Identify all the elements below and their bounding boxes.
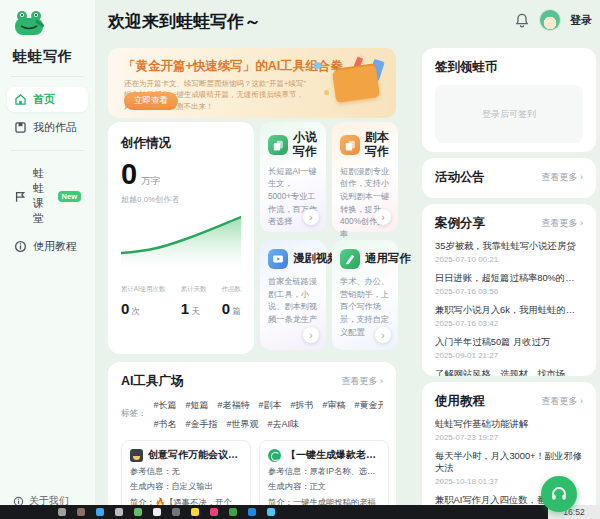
list-item[interactable]: 日日进账，超短篇过稿率80%的方法2025-07-16 03:56 bbox=[435, 272, 583, 296]
arrow-button[interactable]: › bbox=[303, 209, 319, 225]
taskbar-icon[interactable] bbox=[134, 508, 142, 516]
sidebar-item-label: 蛙蛙课堂 bbox=[33, 166, 52, 226]
metric-days: 累计天数 1天 bbox=[181, 285, 207, 318]
taskbar-icon[interactable] bbox=[96, 508, 104, 516]
tag[interactable]: #老福特 bbox=[218, 399, 250, 412]
frog-logo-icon bbox=[13, 10, 47, 38]
notification-bell-icon[interactable] bbox=[514, 12, 530, 28]
tool-ref-info: 参考信息：原著IP名称、选择角色、... bbox=[268, 466, 380, 477]
new-badge: New bbox=[58, 191, 81, 202]
list-item[interactable]: 入门半年过稿50篇 月收过万2025-09-01 21:27 bbox=[435, 336, 583, 360]
tags-label: 标签： bbox=[121, 399, 147, 431]
arrow-button[interactable]: › bbox=[375, 327, 391, 343]
list-item[interactable]: 蛙蛙写作基础功能讲解2025-07-23 19:27 bbox=[435, 418, 583, 442]
works-icon bbox=[14, 121, 27, 134]
checkin-card: 签到领蛙币 登录后可签到 bbox=[422, 48, 596, 152]
taskbar-icon[interactable] bbox=[153, 508, 161, 516]
novel-writing-icon bbox=[268, 135, 288, 155]
cases-more-link[interactable]: 查看更多 › bbox=[542, 217, 584, 230]
metric-ai-uses: 累计AI使用次数 0次 bbox=[121, 285, 165, 318]
tag[interactable]: #世界观 bbox=[227, 418, 259, 431]
sidebar-item-home[interactable]: 首页 bbox=[7, 87, 88, 112]
feature-desc: 首家全链路漫剧工具，小说、剧本到视频一条龙生产 bbox=[268, 276, 318, 327]
announcement-card: 活动公告 查看更多 › bbox=[422, 158, 596, 198]
tag-list: #长篇 #短篇 #老福特 #剧本 #拆书 #审稿 #黄金开篇 #脑洞 #书名 #… bbox=[154, 399, 384, 431]
sidebar-item-my-works[interactable]: 我的作品 bbox=[7, 115, 88, 140]
taskbar-icon[interactable] bbox=[248, 508, 256, 516]
app-root: { "app": { "name": "蛙蛙写作", "about": "关于我… bbox=[0, 0, 600, 519]
feature-card-general-writing[interactable]: 通用写作 学术、办公、营销助手，上百个写作场景，支持自定义配置 › bbox=[332, 240, 398, 350]
announcement-title: 活动公告 bbox=[435, 169, 485, 186]
sidebar-item-classroom[interactable]: 蛙蛙课堂 New bbox=[7, 161, 88, 231]
tag[interactable]: #黄金开篇 bbox=[355, 399, 383, 412]
banner-illustration bbox=[310, 52, 390, 114]
feature-card-script-writing[interactable]: 剧本写作 短剧漫剧专业创作，支持小说到剧本一键转换，提升400%创作效率 › bbox=[332, 122, 398, 232]
classroom-flag-icon bbox=[14, 190, 27, 203]
info-circle-icon bbox=[14, 240, 27, 253]
rank-note: 超越0.0%创作者 bbox=[121, 194, 241, 205]
ai-tool-plaza: AI工具广场 查看更多 › 标签： #长篇 #短篇 #老福特 #剧本 #拆书 #… bbox=[108, 362, 396, 519]
app-name: 蛙蛙写作 bbox=[0, 42, 95, 66]
taskbar-icon[interactable] bbox=[191, 508, 199, 516]
sidebar: 蛙蛙写作 首页 我的作品 蛙蛙课堂 New 使用教程 关于我们 bbox=[0, 0, 96, 519]
avatar[interactable] bbox=[539, 9, 561, 31]
arrow-button[interactable]: › bbox=[303, 327, 319, 343]
tag[interactable]: #去AI味 bbox=[268, 418, 300, 431]
tutorials-more-link[interactable]: 查看更多 › bbox=[542, 395, 584, 408]
announcement-more-link[interactable]: 查看更多 › bbox=[542, 171, 584, 184]
feature-title: 剧本写作 bbox=[365, 131, 390, 159]
taskbar-icon[interactable] bbox=[267, 508, 275, 516]
divider bbox=[11, 76, 84, 77]
promo-banner[interactable]: 「黄金开篇+快速续写」的AI工具组合拳 还在为开篇卡文、续写断层而烦恼吗？这款“… bbox=[108, 48, 396, 118]
metric-works: 作品数 0篇 bbox=[222, 285, 241, 318]
taskbar: 16:52 bbox=[0, 505, 600, 519]
tool-thumbnail-icon bbox=[268, 449, 281, 462]
taskbar-icon[interactable] bbox=[172, 508, 180, 516]
page-title: 欢迎来到蛙蛙写作～ bbox=[108, 10, 261, 33]
customer-service-button[interactable] bbox=[541, 476, 577, 512]
list-item[interactable]: 兼职写小说月入6k，我用蛙蛙的一些心得2025-07-16 03:42 bbox=[435, 304, 583, 328]
creation-title: 创作情况 bbox=[121, 135, 241, 152]
comic-video-icon bbox=[268, 249, 288, 269]
list-item[interactable]: 了解网站风格、选题材、找市场、读者画像2025-09-01 21:15 bbox=[435, 368, 583, 376]
header-actions: 登录 bbox=[514, 9, 592, 31]
tool-gen-content: 生成内容：自定义输出 bbox=[130, 481, 242, 492]
creation-trend-chart bbox=[121, 213, 241, 265]
checkin-placeholder[interactable]: 登录后可签到 bbox=[435, 85, 583, 143]
tag[interactable]: #短篇 bbox=[186, 399, 209, 412]
tag[interactable]: #审稿 bbox=[323, 399, 346, 412]
word-count-value: 0 bbox=[121, 160, 137, 189]
taskbar-icon[interactable] bbox=[229, 508, 237, 516]
headset-icon bbox=[550, 485, 568, 503]
arrow-button[interactable]: › bbox=[375, 209, 391, 225]
tool-thumbnail-icon bbox=[130, 449, 143, 462]
tag[interactable]: #长篇 bbox=[154, 399, 177, 412]
list-item[interactable]: 35岁被裁，我靠蛙蛙写小说还房贷2025-07-10 00:21 bbox=[435, 240, 583, 264]
checkin-title: 签到领蛙币 bbox=[435, 59, 583, 76]
case-sharing-card: 案例分享 查看更多 › 35岁被裁，我靠蛙蛙写小说还房贷2025-07-10 0… bbox=[422, 204, 596, 376]
feature-title: 小说写作 bbox=[293, 131, 318, 159]
sidebar-item-tutorial[interactable]: 使用教程 bbox=[7, 234, 88, 259]
feature-card-comic-video[interactable]: 漫剧视频 首家全链路漫剧工具，小说、剧本到视频一条龙生产 › bbox=[260, 240, 326, 350]
tag[interactable]: #书名 bbox=[154, 418, 177, 431]
login-button[interactable]: 登录 bbox=[570, 13, 592, 28]
plaza-more-link[interactable]: 查看更多 › bbox=[342, 375, 384, 388]
tag[interactable]: #拆书 bbox=[291, 399, 314, 412]
banner-cta-button[interactable]: 立即查看 bbox=[124, 92, 178, 110]
tag[interactable]: #金手指 bbox=[186, 418, 218, 431]
taskbar-icon[interactable] bbox=[77, 508, 85, 516]
tool-title: 创意写作万能会议室【... bbox=[148, 448, 242, 462]
tag[interactable]: #剧本 bbox=[259, 399, 282, 412]
cases-title: 案例分享 bbox=[435, 215, 485, 232]
plaza-title: AI工具广场 bbox=[121, 373, 184, 390]
feature-card-novel-writing[interactable]: 小说写作 长短篇AI一键生文，5000+专业工作流，百万作者选择 › bbox=[260, 122, 326, 232]
taskbar-icon[interactable] bbox=[58, 508, 66, 516]
script-writing-icon bbox=[340, 135, 360, 155]
taskbar-icon[interactable] bbox=[210, 508, 218, 516]
taskbar-icon[interactable] bbox=[115, 508, 123, 516]
word-count-unit: 万字 bbox=[141, 175, 160, 188]
creation-stats-card: 创作情况 0 万字 超越0.0%创作者 累计AI使用次数 0次 累计天数 1天 … bbox=[108, 122, 254, 354]
sidebar-item-label: 首页 bbox=[33, 92, 55, 107]
tutorials-title: 使用教程 bbox=[435, 393, 485, 410]
feature-desc: 短剧漫剧专业创作，支持小说到剧本一键转换，提升400%创作效率 bbox=[340, 166, 390, 242]
